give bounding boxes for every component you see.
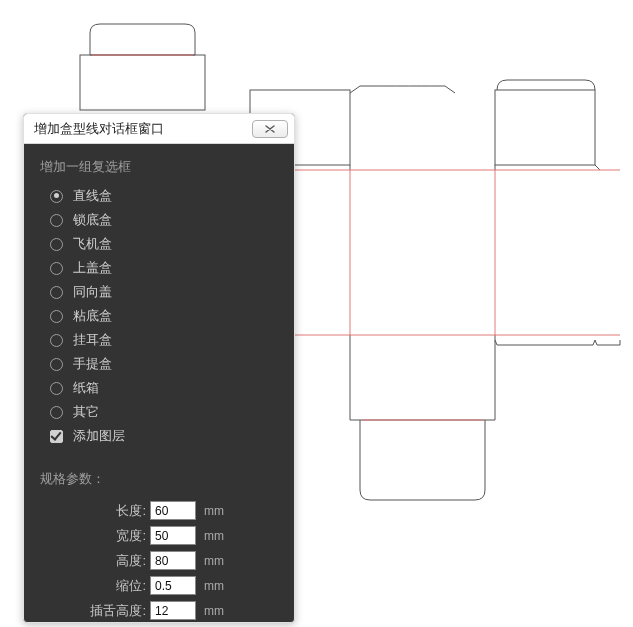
- dialog-title: 增加盒型线对话框窗口: [34, 120, 252, 138]
- radio-option-2[interactable]: 飞机盒: [40, 232, 278, 256]
- radio-option-0[interactable]: 直线盒: [40, 184, 278, 208]
- radio-icon: [50, 190, 63, 203]
- field-label: 缩位:: [40, 577, 150, 595]
- spec-label: 规格参数：: [40, 470, 278, 488]
- radio-label: 锁底盒: [73, 211, 112, 229]
- tuck-height-input[interactable]: [150, 601, 196, 620]
- radio-icon: [50, 310, 63, 323]
- radio-option-5[interactable]: 粘底盒: [40, 304, 278, 328]
- field-label: 高度:: [40, 552, 150, 570]
- radio-icon: [50, 238, 63, 251]
- group-label: 增加一组复选框: [40, 158, 278, 176]
- radio-label: 其它: [73, 403, 99, 421]
- width-input[interactable]: [150, 526, 196, 545]
- field-height: 高度: mm: [40, 548, 278, 573]
- radio-option-1[interactable]: 锁底盒: [40, 208, 278, 232]
- height-input[interactable]: [150, 551, 196, 570]
- radio-icon: [50, 286, 63, 299]
- dialog-titlebar[interactable]: 增加盒型线对话框窗口: [24, 114, 294, 144]
- field-length: 长度: mm: [40, 498, 278, 523]
- radio-icon: [50, 262, 63, 275]
- radio-option-4[interactable]: 同向盖: [40, 280, 278, 304]
- radio-label: 手提盒: [73, 355, 112, 373]
- radio-option-3[interactable]: 上盖盒: [40, 256, 278, 280]
- svg-line-3: [595, 165, 600, 170]
- radio-label: 直线盒: [73, 187, 112, 205]
- radio-icon: [50, 214, 63, 227]
- field-unit: mm: [204, 529, 224, 543]
- field-unit: mm: [204, 554, 224, 568]
- add-box-dialog: 增加盒型线对话框窗口 增加一组复选框 直线盒 锁底盒 飞机盒 上盖盒 同向盖: [23, 113, 295, 623]
- radio-icon: [50, 358, 63, 371]
- field-label: 插舌高度:: [40, 602, 150, 620]
- radio-label: 同向盖: [73, 283, 112, 301]
- radio-icon: [50, 382, 63, 395]
- field-unit: mm: [204, 604, 224, 618]
- radio-label: 纸箱: [73, 379, 99, 397]
- field-unit: mm: [204, 579, 224, 593]
- svg-rect-8: [350, 170, 495, 335]
- radio-option-6[interactable]: 挂耳盒: [40, 328, 278, 352]
- radio-label: 飞机盒: [73, 235, 112, 253]
- radio-icon: [50, 406, 63, 419]
- radio-label: 上盖盒: [73, 259, 112, 277]
- field-unit: mm: [204, 504, 224, 518]
- shrink-input[interactable]: [150, 576, 196, 595]
- close-button[interactable]: [252, 120, 288, 138]
- close-icon: [263, 124, 277, 134]
- radio-label: 粘底盒: [73, 307, 112, 325]
- checkbox-label: 添加图层: [73, 427, 125, 445]
- radio-icon: [50, 334, 63, 347]
- field-width: 宽度: mm: [40, 523, 278, 548]
- radio-option-8[interactable]: 纸箱: [40, 376, 278, 400]
- radio-option-9[interactable]: 其它: [40, 400, 278, 424]
- field-tuck-height: 插舌高度: mm: [40, 598, 278, 623]
- radio-option-7[interactable]: 手提盒: [40, 352, 278, 376]
- field-label: 长度:: [40, 502, 150, 520]
- checkbox-add-layer[interactable]: 添加图层: [40, 424, 278, 448]
- length-input[interactable]: [150, 501, 196, 520]
- field-label: 宽度:: [40, 527, 150, 545]
- svg-rect-2: [495, 90, 595, 165]
- field-shrink: 缩位: mm: [40, 573, 278, 598]
- svg-rect-0: [80, 55, 205, 110]
- checkbox-icon: [50, 430, 63, 443]
- radio-label: 挂耳盒: [73, 331, 112, 349]
